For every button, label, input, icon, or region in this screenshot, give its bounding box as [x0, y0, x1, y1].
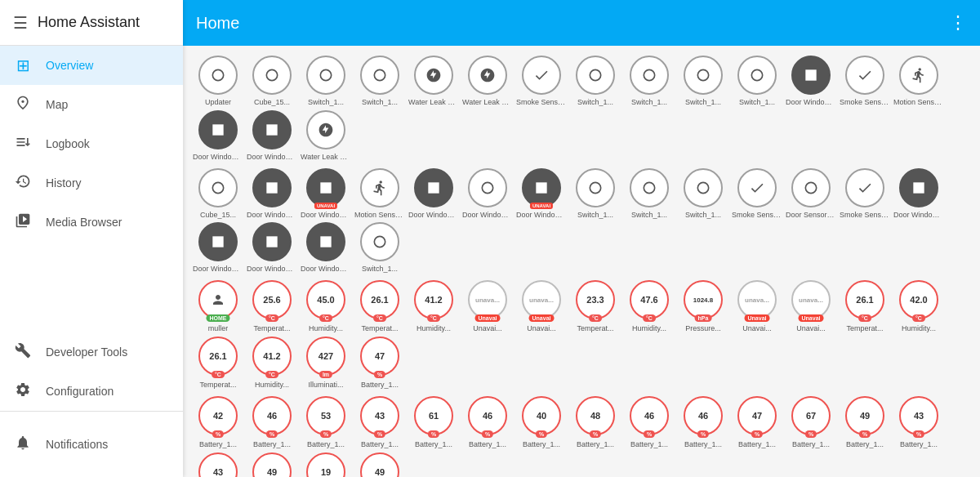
- device-card[interactable]: Switch_1...: [570, 168, 621, 220]
- device-card[interactable]: Smoke Sensor_1...: [840, 56, 890, 107]
- sensor-card[interactable]: 45.0 °C Humidity...: [301, 280, 351, 333]
- sensor-card[interactable]: 53 % Battery_1...: [301, 396, 351, 449]
- sidebar-item-configuration[interactable]: Configuration: [0, 372, 183, 411]
- device-card[interactable]: Door Window Sensor_1...: [193, 110, 243, 162]
- device-card[interactable]: Water Leak Sensor_1...: [408, 56, 459, 107]
- device-card[interactable]: Water Leak Sensor_1...: [462, 56, 513, 107]
- device-card[interactable]: Door Window Sensor_1...: [247, 168, 297, 220]
- device-card[interactable]: Smoke Sensor_1...: [732, 168, 782, 220]
- device-card[interactable]: Switch_1...: [301, 56, 351, 107]
- sensor-card[interactable]: 25.6 °C Temperat...: [247, 280, 297, 333]
- sensor-card[interactable]: 1024.8 hPa Pressure...: [678, 280, 728, 333]
- device-card[interactable]: Switch_1...: [678, 56, 728, 107]
- sensor-card[interactable]: 41.2 °C Humidity...: [408, 280, 459, 333]
- device-card[interactable]: Motion Sensor_1...: [354, 168, 405, 220]
- menu-icon[interactable]: ☰: [13, 13, 28, 33]
- sensor-card[interactable]: 47 % Battery_1...: [354, 337, 405, 390]
- device-card[interactable]: Door Sensor_1...: [786, 168, 836, 220]
- topbar-more-button[interactable]: ⋮: [949, 12, 967, 33]
- device-label: Switch_1...: [577, 98, 613, 107]
- sensor-value: 41.2 °C: [252, 337, 292, 376]
- sensor-card[interactable]: 46 % Battery_1...: [462, 396, 513, 449]
- device-card[interactable]: Updater: [193, 56, 243, 107]
- sidebar-item-history[interactable]: History: [0, 163, 183, 203]
- device-icon: [252, 222, 292, 261]
- sensor-card[interactable]: 23.3 °C Temperat...: [570, 280, 621, 333]
- sensor-card[interactable]: 61 % Battery_1...: [408, 396, 459, 449]
- sensor-label: Battery_1...: [684, 440, 722, 449]
- device-card[interactable]: UNAVAI Door Window Sensor_1...: [301, 168, 351, 220]
- sensor-card[interactable]: 67 % Battery_1...: [786, 396, 836, 449]
- device-label: Water Leak Sensor_1...: [408, 98, 459, 107]
- sensor-card[interactable]: 42.0 °C Humidity...: [893, 280, 944, 333]
- sensor-card[interactable]: 43 % Battery_1...: [893, 396, 944, 449]
- sensor-card[interactable]: 427 lm Illuminati...: [301, 337, 351, 390]
- sensor-label: Battery_1...: [792, 440, 830, 449]
- device-icon: [198, 56, 238, 95]
- sensor-card[interactable]: 48 % Battery_1...: [570, 396, 621, 449]
- sensor-card[interactable]: 49 % Battery_1...: [840, 396, 890, 449]
- device-card[interactable]: Switch_1...: [732, 56, 782, 107]
- device-card[interactable]: Door Window Sensor_1...: [462, 168, 513, 220]
- device-card[interactable]: Cube_15...: [193, 168, 243, 220]
- device-card[interactable]: Door Window Sensor_1...: [247, 110, 297, 162]
- device-card[interactable]: Smoke Sensor_1...: [516, 56, 567, 107]
- sidebar-item-media-browser[interactable]: Media Browser: [0, 203, 183, 242]
- sensor-card[interactable]: unava... Unavai Unavai...: [732, 280, 782, 333]
- sidebar-item-notifications[interactable]: Notifications: [0, 418, 183, 470]
- device-card[interactable]: Switch_1...: [624, 56, 675, 107]
- device-card[interactable]: Door Window Sensor_1...: [301, 222, 351, 274]
- sensor-label: Battery_1...: [523, 440, 560, 449]
- sidebar-item-map[interactable]: Map: [0, 85, 183, 124]
- sensor-label: Illuminati...: [308, 381, 343, 390]
- sensor-card[interactable]: 40 % Battery_1...: [516, 396, 567, 449]
- sensor-label: Unavai...: [527, 324, 556, 333]
- device-card[interactable]: Switch_1...: [570, 56, 621, 107]
- unit-badge: °C: [427, 314, 440, 322]
- sidebar-item-logbook[interactable]: Logbook: [0, 124, 183, 163]
- unit-badge: %: [859, 430, 871, 438]
- sensor-card[interactable]: unava... Unavai Unavai...: [462, 280, 513, 333]
- device-card[interactable]: Switch_1...: [678, 168, 728, 220]
- device-card[interactable]: UNAVAI Door Window Sensor_1...: [516, 168, 567, 220]
- device-card[interactable]: Water Leak Sensor_1...: [301, 110, 351, 162]
- sensor-card[interactable]: 26.1 °C Temperat...: [193, 337, 243, 390]
- sensor-label: Battery_1...: [900, 440, 938, 449]
- sensor-card[interactable]: 47.6 °C Humidity...: [624, 280, 675, 333]
- device-card[interactable]: Switch_1...: [354, 222, 405, 274]
- sensor-card[interactable]: 43 % Battery_1...: [354, 396, 405, 449]
- device-card[interactable]: Door Window Sensor_1...: [408, 168, 459, 220]
- sensor-card[interactable]: 43 % Battery_1...: [193, 452, 243, 477]
- device-icon: [791, 56, 831, 95]
- sidebar-item-developer-tools[interactable]: Developer Tools: [0, 332, 183, 372]
- device-card[interactable]: Door Window Sensor_1...: [893, 168, 944, 220]
- sensor-card[interactable]: 26.1 °C Temperat...: [354, 280, 405, 333]
- sensor-card[interactable]: 46 % Battery_1...: [624, 396, 675, 449]
- sensor-card[interactable]: 47 % Battery_1...: [732, 396, 782, 449]
- sensor-card[interactable]: HOME muller: [193, 280, 243, 333]
- device-icon: [468, 168, 507, 207]
- sensor-card[interactable]: unava... Unavai Unavai...: [786, 280, 836, 333]
- device-label: Smoke Sensor_1...: [840, 211, 890, 220]
- device-card[interactable]: Cube_15...: [247, 56, 297, 107]
- device-card[interactable]: Smoke Sensor_1...: [840, 168, 890, 220]
- sidebar-item-overview[interactable]: ⊞ Overview: [0, 46, 183, 85]
- device-card[interactable]: Motion Sensor_1...: [893, 56, 944, 107]
- sensor-card[interactable]: unava... Unavai Unavai...: [516, 280, 567, 333]
- sensor-card[interactable]: 46 % Battery_1...: [247, 396, 297, 449]
- device-card[interactable]: Switch_1...: [624, 168, 675, 220]
- device-card[interactable]: Door Window Sensor_1...: [193, 222, 243, 274]
- sensor-card[interactable]: 49 % Battery_1...: [354, 452, 405, 477]
- device-icon: [414, 56, 453, 95]
- sensor-card[interactable]: 41.2 °C Humidity...: [247, 337, 297, 390]
- sensor-card[interactable]: 19 % Battery_1...: [301, 452, 351, 477]
- sensor-card[interactable]: 49 % Battery_1...: [247, 452, 297, 477]
- sensor-value: 19 %: [306, 452, 345, 477]
- sensor-card[interactable]: 42 % Battery_1...: [193, 396, 243, 449]
- device-card[interactable]: Switch_1...: [354, 56, 405, 107]
- device-card[interactable]: Door Window Sensor_1...: [247, 222, 297, 274]
- device-card[interactable]: Door Window Sensor_1...: [786, 56, 836, 107]
- sensor-card[interactable]: 26.1 °C Temperat...: [840, 280, 890, 333]
- sensor-value: 49 %: [252, 452, 292, 477]
- sensor-card[interactable]: 46 % Battery_1...: [678, 396, 728, 449]
